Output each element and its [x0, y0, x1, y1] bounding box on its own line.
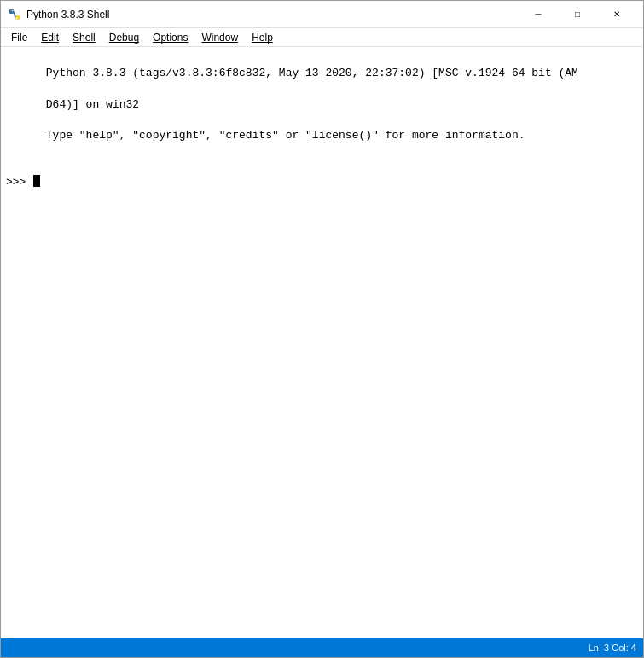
app-icon	[8, 8, 21, 21]
output-line1: Python 3.8.3 (tags/v3.8.3:6f8c832, May 1…	[46, 67, 578, 79]
status-text: Ln: 3 Col: 4	[589, 643, 636, 653]
shell-prompt: >>>	[6, 175, 32, 190]
maximize-button[interactable]: □	[558, 1, 597, 28]
window-title: Python 3.8.3 Shell	[26, 9, 519, 20]
shell-output: Python 3.8.3 (tags/v3.8.3:6f8c832, May 1…	[6, 50, 638, 221]
minimize-button[interactable]: ─	[519, 1, 558, 28]
menu-shell[interactable]: Shell	[66, 30, 102, 45]
svg-rect-0	[9, 9, 14, 14]
svg-point-3	[16, 17, 18, 19]
svg-point-2	[12, 9, 14, 11]
main-window: Python 3.8.3 Shell ─ □ ✕ File Edit Shell…	[0, 0, 644, 658]
title-bar: Python 3.8.3 Shell ─ □ ✕	[1, 1, 643, 28]
menu-help[interactable]: Help	[245, 30, 280, 45]
menu-file[interactable]: File	[4, 30, 34, 45]
cursor	[33, 175, 40, 187]
menu-window[interactable]: Window	[194, 30, 245, 45]
menu-edit[interactable]: Edit	[34, 30, 66, 45]
svg-rect-1	[15, 15, 20, 20]
prompt-line: >>>	[6, 175, 638, 190]
menu-bar: File Edit Shell Debug Options Window Hel…	[1, 28, 643, 47]
menu-options[interactable]: Options	[146, 30, 194, 45]
window-controls: ─ □ ✕	[519, 1, 636, 28]
close-button[interactable]: ✕	[597, 1, 636, 28]
shell-content[interactable]: Python 3.8.3 (tags/v3.8.3:6f8c832, May 1…	[1, 47, 643, 638]
output-line2: D64)] on win32	[46, 98, 139, 111]
menu-debug[interactable]: Debug	[102, 30, 146, 45]
output-line3: Type "help", "copyright", "credits" or "…	[46, 129, 525, 142]
status-bar: Ln: 3 Col: 4	[1, 638, 643, 657]
